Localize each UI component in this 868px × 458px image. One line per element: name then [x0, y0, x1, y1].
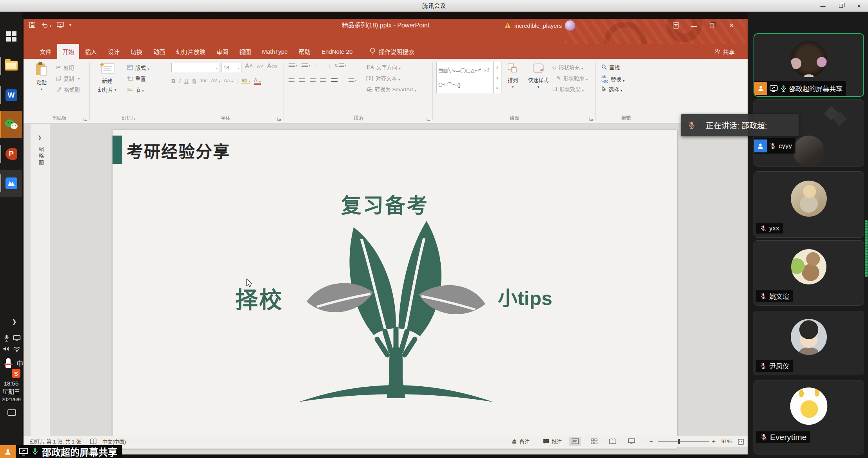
taskbar-tencent-meeting[interactable]	[0, 170, 22, 197]
highlight-color-button[interactable]: ab	[242, 78, 250, 84]
tray-devices[interactable]	[3, 334, 21, 342]
participant-tile-yxx[interactable]: yxx	[754, 171, 864, 238]
share-floating-bar[interactable]: 邵政超的屏幕共享	[0, 445, 122, 458]
ribbon-display-options-button[interactable]	[669, 19, 683, 32]
tab-file[interactable]: 文件	[35, 44, 56, 59]
participant-tile-yaowenxuan[interactable]: 姚文瑄	[754, 240, 864, 306]
slide-number-indicator[interactable]: 幻灯片 第 1 张, 共 1 张	[30, 438, 81, 445]
paste-dropdown[interactable]: ▾	[41, 87, 43, 91]
panel-scrollbar-thumb[interactable]	[865, 220, 868, 277]
new-slide-button[interactable]: 新建 幻灯片▾	[98, 62, 116, 93]
copy-button[interactable]: 复制	[56, 74, 80, 82]
convert-smartart-button[interactable]: 转换为 SmartArt	[366, 85, 416, 93]
grow-font-button[interactable]: A˄	[245, 63, 253, 70]
replace-button[interactable]: ab⤷ac替换	[601, 74, 625, 84]
shapes-gallery[interactable]: ▤▥╲↘▭◯▢△⌐↱⇨⇩⬠∿⌒～{}	[436, 62, 494, 93]
section-button[interactable]: 节	[127, 85, 144, 93]
taskbar-powerpoint[interactable]: P	[0, 140, 22, 168]
slide-sorter-view-button[interactable]	[588, 437, 600, 446]
quick-styles-button[interactable]: 快速样式 ▾	[528, 63, 548, 89]
paste-button[interactable]: 粘贴 ▾	[35, 62, 48, 91]
columns-button[interactable]: ▾	[349, 78, 357, 83]
shrink-font-button[interactable]: A˅	[257, 63, 263, 69]
font-color-button[interactable]: A	[254, 77, 261, 85]
gallery-up-arrow[interactable]: ∧	[496, 65, 499, 69]
bold-button[interactable]: B	[171, 78, 176, 84]
paragraph-dialog-launcher[interactable]	[427, 117, 431, 121]
ppt-minimize-button[interactable]: —	[687, 19, 701, 32]
zoom-slider-thumb[interactable]	[678, 439, 680, 444]
underline-button[interactable]: U	[184, 78, 189, 84]
tab-design[interactable]: 设计	[103, 44, 125, 59]
font-size-combo[interactable]: 18⌄	[222, 63, 242, 72]
font-dialog-launcher[interactable]	[277, 117, 281, 121]
strikethrough-button[interactable]: abc	[200, 78, 207, 83]
tab-insert[interactable]: 插入	[80, 44, 102, 59]
zoom-out-button[interactable]: −	[649, 438, 653, 445]
line-spacing-button[interactable]: ⇅▾	[334, 63, 346, 68]
text-shadow-button[interactable]: S	[192, 78, 196, 84]
save-icon[interactable]	[29, 22, 36, 28]
zoom-level[interactable]: 91%	[721, 438, 732, 444]
reset-button[interactable]: 重置	[127, 74, 146, 82]
taskbar-clock[interactable]: 18:55 星期三 2021/6/9	[0, 379, 22, 404]
expand-pane-chevron[interactable]: ❯	[38, 135, 42, 140]
tab-home[interactable]: 开始	[57, 44, 79, 59]
select-button[interactable]: 选择	[601, 85, 622, 93]
arrange-button[interactable]: 排列 ▾	[507, 63, 519, 89]
tab-endnote[interactable]: EndNote 20	[316, 44, 358, 59]
fit-to-window-icon[interactable]	[738, 439, 744, 445]
participant-tile-everytime[interactable]: Everytime	[754, 380, 864, 454]
shape-fill-button[interactable]: ◇形状填充	[552, 63, 583, 71]
normal-view-button[interactable]	[569, 437, 581, 446]
taskbar-wechat[interactable]	[0, 111, 22, 138]
find-button[interactable]: 查找	[601, 63, 620, 71]
meeting-close-button[interactable]: ✕	[850, 0, 868, 12]
slideshow-view-button[interactable]	[626, 437, 637, 446]
notification-center-button[interactable]	[7, 409, 16, 417]
meeting-restore-button[interactable]	[832, 0, 850, 12]
meeting-minimize-button[interactable]: —	[814, 0, 832, 12]
shape-effects-button[interactable]: ❏形状效果	[552, 85, 584, 93]
text-direction-button[interactable]: ⇵A文字方向	[366, 63, 401, 71]
justify-button[interactable]	[320, 78, 326, 83]
tab-transitions[interactable]: 切换	[125, 44, 147, 59]
layout-button[interactable]: 版式	[127, 63, 149, 71]
shapes-gallery-scroll[interactable]: ∧∨≡	[494, 62, 501, 93]
clipboard-dialog-launcher[interactable]	[84, 117, 88, 121]
tab-help[interactable]: 帮助	[294, 44, 316, 59]
tab-review[interactable]: 审阅	[211, 44, 233, 59]
thumbnail-pane-collapsed[interactable]: ❯ 缩略图	[31, 124, 50, 454]
tray-audio-network[interactable]	[3, 346, 21, 352]
tab-slideshow[interactable]: 幻灯片放映	[171, 44, 211, 59]
participant-tile-yinfengyi[interactable]: 尹凤仪	[754, 311, 864, 375]
taskbar-word[interactable]: W	[0, 81, 22, 109]
participant-tile-share[interactable]: 邵政超的屏幕共享	[754, 33, 864, 97]
tray-ime-group[interactable]: 中	[3, 357, 23, 368]
cut-button[interactable]: ✂剪切	[56, 63, 74, 71]
format-painter-button[interactable]: 格式刷	[56, 85, 80, 93]
reading-view-button[interactable]	[607, 437, 619, 446]
start-button[interactable]	[0, 23, 22, 50]
align-text-button[interactable]: [⇕]对齐文本	[366, 74, 400, 82]
clear-formatting-button[interactable]: A⌫	[267, 63, 277, 70]
tab-animations[interactable]: 动画	[148, 44, 170, 59]
align-right-button[interactable]	[310, 78, 316, 83]
tab-mathtype[interactable]: MathType	[257, 44, 293, 59]
tray-expand-chevron[interactable]: ❯	[12, 318, 17, 325]
qat-customize-chevron[interactable]: ▾	[69, 23, 71, 27]
font-name-combo[interactable]: ⌄	[171, 63, 220, 72]
ppt-restore-button[interactable]	[705, 19, 719, 32]
account-area[interactable]: incredible_players	[504, 19, 575, 32]
drawing-dialog-launcher[interactable]	[589, 117, 594, 121]
notes-button[interactable]: 备注	[512, 438, 530, 445]
zoom-in-button[interactable]: +	[712, 438, 715, 445]
tab-view[interactable]: 视图	[234, 44, 256, 59]
ppt-close-button[interactable]: ✕	[725, 19, 738, 32]
change-case-button[interactable]: Aa	[224, 78, 233, 83]
shape-outline-button[interactable]: ◻✎形状轮廓	[552, 74, 588, 82]
bullets-button[interactable]: ▾	[289, 63, 297, 68]
gallery-more-arrow[interactable]: ≡	[496, 86, 498, 90]
gallery-down-arrow[interactable]: ∨	[496, 76, 499, 80]
sogou-icon[interactable]: S	[12, 369, 20, 378]
